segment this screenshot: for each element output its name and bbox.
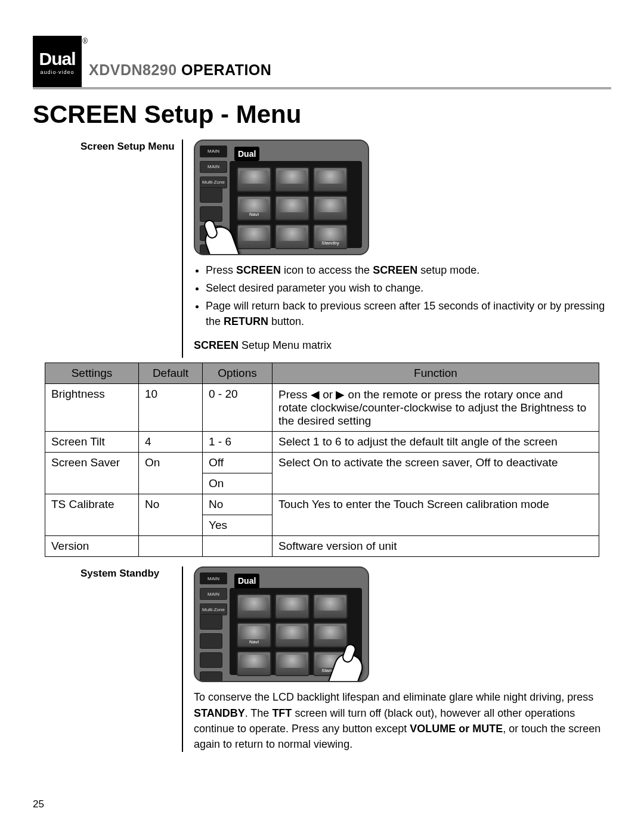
tab-main-2: MAIN: [200, 161, 227, 173]
cell-default: 4: [139, 432, 203, 453]
cell-default: 10: [139, 384, 203, 432]
table-row: Screen Tilt 4 1 - 6 Select 1 to 6 to adj…: [45, 432, 599, 453]
cell-settings: Screen Tilt: [45, 432, 139, 453]
device-screenshot: Dual MAIN MAIN Multi-Zone: [194, 566, 369, 682]
cell-settings: TS Calibrate: [45, 494, 139, 536]
app-grid: [237, 167, 348, 249]
app-tile: [237, 651, 271, 676]
cell-function: Press ◀ or ▶ on the remote or press the …: [273, 384, 599, 432]
settings-matrix-table: Settings Default Options Function Bright…: [45, 363, 599, 557]
table-row: TS Calibrate No No Touch Yes to enter th…: [45, 494, 599, 515]
system-standby-block: System Standby Dual MAIN MAIN Multi-Zone: [80, 566, 611, 751]
cell-function: Select On to activate the screen saver, …: [273, 453, 599, 494]
app-tile: [275, 651, 309, 676]
tab-multizone: Multi-Zone: [200, 603, 227, 615]
manual-page: ® Dual audio·video XDVDN8290 OPERATION S…: [0, 0, 644, 833]
app-standby: [313, 224, 348, 249]
instruction-item: Select desired parameter you wish to cha…: [206, 280, 611, 296]
section-title: SCREEN Setup - Menu: [33, 100, 611, 129]
app-tile: [313, 594, 348, 619]
header-title: XDVDN8290 OPERATION: [89, 61, 271, 87]
app-tile: [275, 167, 309, 192]
block-content: Dual MAIN MAIN Multi-Zone: [182, 140, 611, 358]
col-function: Function: [273, 363, 599, 384]
side-tabs: MAIN MAIN Multi-Zone: [200, 572, 227, 615]
cell-options: Off: [203, 453, 273, 473]
app-tile: [275, 594, 309, 619]
side-icon: [200, 614, 222, 630]
block-label: System Standby: [80, 566, 182, 751]
registered-icon: ®: [82, 37, 88, 45]
cell-options: No: [203, 494, 273, 515]
col-default: Default: [139, 363, 203, 384]
app-tile: [275, 623, 309, 648]
app-tile: [313, 196, 348, 221]
app-navi: [237, 196, 271, 221]
left-arrow-icon: ◀: [311, 388, 320, 401]
app-grid: [237, 594, 348, 676]
cell-settings: Brightness: [45, 384, 139, 432]
operation-label: OPERATION: [177, 61, 272, 78]
cell-default: On: [139, 453, 203, 494]
cell-options: 1 - 6: [203, 432, 273, 453]
app-tile: [275, 196, 309, 221]
logo-subtext: audio·video: [40, 69, 74, 75]
tab-main-1: MAIN: [200, 572, 227, 584]
app-tile: [313, 623, 348, 648]
side-icon: [200, 633, 222, 649]
cell-settings: Version: [45, 536, 139, 557]
page-header: ® Dual audio·video XDVDN8290 OPERATION: [33, 36, 611, 89]
tab-multizone: Multi-Zone: [200, 176, 227, 188]
app-tile: [237, 594, 271, 619]
side-icon: [200, 671, 222, 682]
table-row: Version Software version of unit: [45, 536, 599, 557]
page-number: 25: [33, 798, 44, 810]
app-tile: [275, 224, 309, 249]
instruction-list: Press SCREEN icon to access the SCREEN s…: [194, 262, 611, 329]
side-icon: [200, 652, 222, 668]
table-row: Screen Saver On Off Select On to activat…: [45, 453, 599, 473]
cell-settings: Screen Saver: [45, 453, 139, 494]
side-icon: [200, 187, 222, 203]
pointing-hand-icon: [202, 223, 242, 255]
app-tile: [237, 224, 271, 249]
col-settings: Settings: [45, 363, 139, 384]
col-options: Options: [203, 363, 273, 384]
cell-function: Touch Yes to enter the Touch Screen cali…: [273, 494, 599, 536]
cell-default: [139, 536, 203, 557]
matrix-caption: SCREEN Setup Menu matrix: [194, 337, 611, 353]
device-screenshot: Dual MAIN MAIN Multi-Zone: [194, 140, 369, 255]
tab-main-1: MAIN: [200, 145, 227, 157]
model-number: XDVDN8290: [89, 61, 177, 78]
tab-main-2: MAIN: [200, 588, 227, 600]
instruction-item: Press SCREEN icon to access the SCREEN s…: [206, 262, 611, 278]
device-brand: Dual: [234, 574, 259, 588]
app-tile: [313, 167, 348, 192]
app-navi: [237, 623, 271, 648]
app-tile: [237, 167, 271, 192]
side-tabs: MAIN MAIN Multi-Zone: [200, 145, 227, 188]
cell-options: Yes: [203, 515, 273, 536]
table-row: Brightness 10 0 - 20 Press ◀ or ▶ on the…: [45, 384, 599, 432]
cell-function: Select 1 to 6 to adjust the default tilt…: [273, 432, 599, 453]
logo-text: Dual: [39, 51, 75, 67]
cell-options: 0 - 20: [203, 384, 273, 432]
block-content: Dual MAIN MAIN Multi-Zone: [182, 566, 611, 751]
screen-setup-block: Screen Setup Menu Dual MAIN MAIN Multi-Z…: [80, 140, 611, 358]
cell-options: [203, 536, 273, 557]
right-arrow-icon: ▶: [336, 388, 345, 401]
brand-logo: ® Dual audio·video: [33, 36, 82, 87]
table-header-row: Settings Default Options Function: [45, 363, 599, 384]
device-brand: Dual: [234, 147, 259, 161]
standby-text: To conserve the LCD backlight lifespan a…: [194, 689, 611, 751]
cell-options: On: [203, 473, 273, 494]
cell-default: No: [139, 494, 203, 536]
side-icons: [200, 614, 222, 682]
block-label: Screen Setup Menu: [80, 140, 182, 358]
cell-function: Software version of unit: [273, 536, 599, 557]
instruction-item: Page will return back to previous screen…: [206, 298, 611, 329]
